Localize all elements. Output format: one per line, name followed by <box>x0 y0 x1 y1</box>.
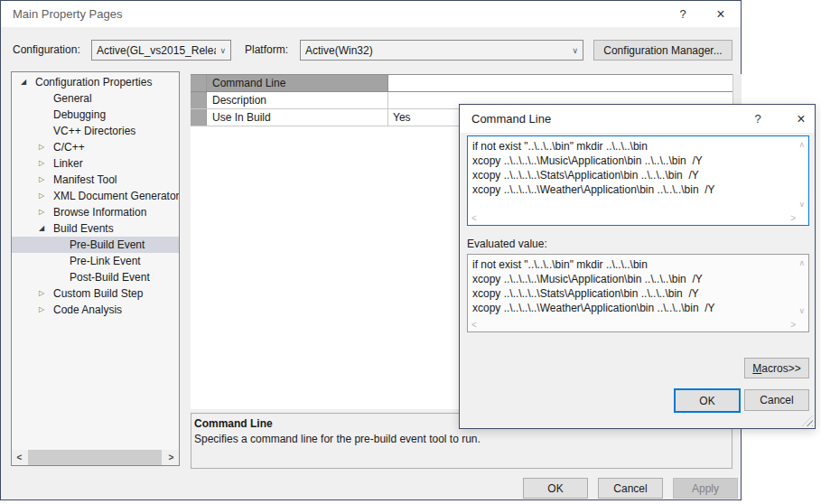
row-gutter <box>191 109 207 126</box>
chevron-down-icon: ∨ <box>219 46 226 55</box>
macros-button[interactable]: Macros>> <box>744 358 809 378</box>
screenshot-canvas: Main Property Pages ? × Configuration: A… <box>0 0 821 504</box>
description-text: Specifies a command line for the pre-bui… <box>194 433 726 445</box>
platform-select[interactable]: Active(Win32) ∨ <box>300 40 583 61</box>
property-value-command-line[interactable] <box>388 75 732 91</box>
scroll-right-icon[interactable]: > <box>163 450 179 465</box>
tree-scrollbar-thumb[interactable] <box>28 450 162 465</box>
close-icon: × <box>716 6 724 23</box>
command-line-text[interactable]: if not exist "..\..\..\bin" mkdir ..\..\… <box>468 136 796 197</box>
command-line-textbox[interactable]: if not exist "..\..\..\bin" mkdir ..\..\… <box>467 135 809 226</box>
cancel-button[interactable]: Cancel <box>598 478 663 499</box>
help-icon: ? <box>754 112 760 126</box>
collapsed-arrow-icon[interactable]: ▷ <box>35 155 48 172</box>
close-button[interactable]: × <box>706 1 735 27</box>
collapsed-arrow-icon[interactable]: ▷ <box>35 139 48 155</box>
evaluated-value-text: if not exist "..\..\..\bin" mkdir ..\..\… <box>468 255 796 315</box>
tree-horizontal-scrollbar[interactable]: < > <box>12 450 179 465</box>
command-line-titlebar[interactable]: Command Line ? × <box>460 105 815 133</box>
sidebar-item-post-build-event[interactable]: Post-Build Event <box>12 269 179 285</box>
close-icon: × <box>797 111 805 127</box>
configuration-select[interactable]: Active(GL_vs2015_Release ∨ <box>91 40 231 61</box>
sidebar-item-manifest-tool[interactable]: ▷ Manifest Tool <box>12 172 179 188</box>
ok-button[interactable]: OK <box>523 478 588 499</box>
sidebar-item-debugging[interactable]: Debugging <box>12 107 179 123</box>
collapsed-arrow-icon[interactable]: ▷ <box>35 285 48 302</box>
dialog-title: Command Line <box>471 105 551 133</box>
sidebar-item-browse-information[interactable]: ▷ Browse Information <box>12 204 179 220</box>
configuration-label: Configuration: <box>13 40 80 61</box>
configuration-tree: ◢ Configuration Properties General Debug… <box>11 71 180 466</box>
close-button[interactable]: × <box>788 105 815 133</box>
expanded-arrow-icon[interactable]: ◢ <box>17 74 30 90</box>
row-gutter <box>191 92 207 108</box>
scroll-up-icon[interactable]: ∧ <box>798 259 805 267</box>
collapsed-arrow-icon[interactable]: ▷ <box>35 172 48 188</box>
scroll-down-icon[interactable]: ∨ <box>798 201 805 209</box>
collapsed-arrow-icon[interactable]: ▷ <box>35 302 48 318</box>
resize-grip[interactable] <box>802 415 813 426</box>
collapsed-arrow-icon[interactable]: ▷ <box>35 188 48 204</box>
sidebar-item-vcpp-directories[interactable]: VC++ Directories <box>12 123 179 139</box>
help-button[interactable]: ? <box>668 1 697 27</box>
sidebar-item-linker[interactable]: ▷ Linker <box>12 155 179 172</box>
scroll-up-icon[interactable]: ∧ <box>798 141 805 149</box>
sidebar-item-build-events[interactable]: ◢ Build Events <box>12 220 179 237</box>
help-button[interactable]: ? <box>744 105 771 133</box>
scroll-left-icon[interactable]: < <box>471 214 477 222</box>
apply-button: Apply <box>673 478 738 499</box>
evaluated-value-box: if not exist "..\..\..\bin" mkdir ..\..\… <box>467 254 809 332</box>
platform-label: Platform: <box>245 40 288 61</box>
scroll-down-icon[interactable]: ∨ <box>798 307 805 315</box>
command-line-dialog: Command Line ? × if not exist "..\..\..\… <box>459 104 816 429</box>
sidebar-item-c-cpp[interactable]: ▷ C/C++ <box>12 139 179 155</box>
configuration-value: Active(GL_vs2015_Release <box>97 44 216 57</box>
sidebar-item-xml-document-generator[interactable]: ▷ XML Document Generator <box>12 188 179 204</box>
scroll-right-icon[interactable]: > <box>790 321 796 329</box>
window-title: Main Property Pages <box>13 1 122 27</box>
expanded-arrow-icon[interactable]: ◢ <box>35 220 48 237</box>
sidebar-item-configuration-properties[interactable]: ◢ Configuration Properties <box>12 74 179 90</box>
collapsed-arrow-icon[interactable]: ▷ <box>35 204 48 220</box>
scroll-left-icon[interactable]: < <box>12 450 27 465</box>
evaluated-value-label: Evaluated value: <box>467 237 547 251</box>
scroll-right-icon[interactable]: > <box>790 214 796 222</box>
property-row-command-line[interactable]: Command Line <box>191 75 732 92</box>
sidebar-item-pre-link-event[interactable]: Pre-Link Event <box>12 253 179 269</box>
scroll-left-icon[interactable]: < <box>471 321 477 329</box>
configuration-manager-button[interactable]: Configuration Manager... <box>593 40 732 61</box>
sidebar-item-general[interactable]: General <box>12 90 179 107</box>
sidebar-item-code-analysis[interactable]: ▷ Code Analysis <box>12 302 179 318</box>
help-icon: ? <box>679 7 686 21</box>
row-gutter <box>191 75 207 91</box>
macros-mnemonic: M <box>752 362 761 375</box>
platform-value: Active(Win32) <box>305 44 568 57</box>
sidebar-item-custom-build-step[interactable]: ▷ Custom Build Step <box>12 285 179 302</box>
ok-button[interactable]: OK <box>674 388 741 413</box>
main-titlebar[interactable]: Main Property Pages ? × <box>1 1 741 27</box>
sidebar-item-pre-build-event[interactable]: Pre-Build Event <box>12 237 179 253</box>
cancel-button[interactable]: Cancel <box>744 389 809 411</box>
chevron-down-icon: ∨ <box>572 46 578 55</box>
